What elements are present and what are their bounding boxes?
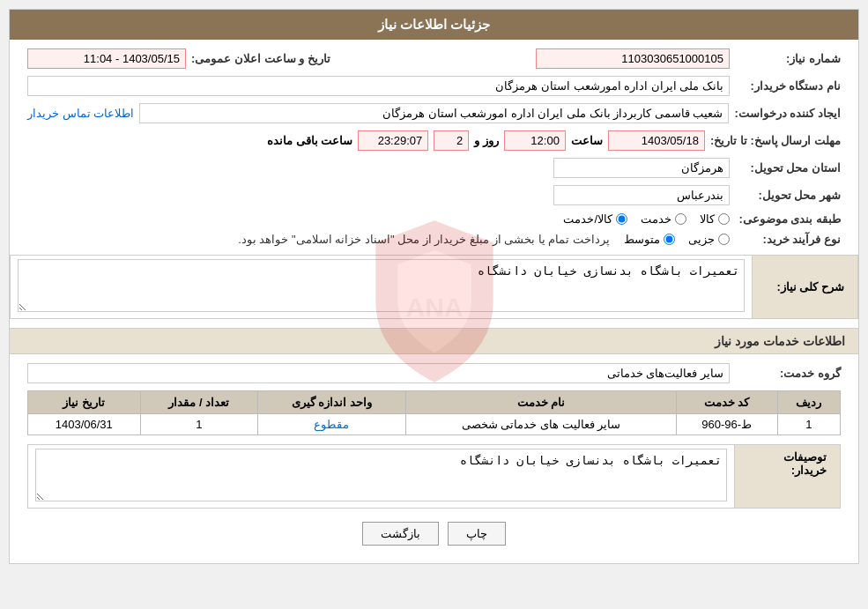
row-goroh-khadamat: گروه خدمت: سایر فعالیت‌های خدماتی bbox=[27, 363, 841, 383]
col-nam: نام خدمت bbox=[406, 391, 677, 414]
sharh-row: شرح کلی نیاز: bbox=[11, 256, 858, 319]
print-button[interactable]: چاپ bbox=[448, 522, 506, 546]
row-ijad-konande: ایجاد کننده درخواست: شعیب قاسمی کاربرداز… bbox=[27, 103, 841, 123]
goroh-khadamat-value: سایر فعالیت‌های خدماتی bbox=[27, 363, 730, 383]
col-tarikh: تاریخ نیاز bbox=[28, 391, 141, 414]
shomare-niaz-value: 1103030651000105 bbox=[536, 48, 730, 69]
tabaghe-radio-group: کالا خدمت کالا/خدمت bbox=[563, 212, 730, 226]
cell-tedad: 1 bbox=[140, 414, 257, 435]
main-box: جزئیات اطلاعات نیاز ANA شماره نیاز: 1103… bbox=[9, 9, 859, 564]
row-mohlat: مهلت ارسال پاسخ: تا تاریخ: 1403/05/18 سا… bbox=[27, 130, 841, 151]
sharh-textarea[interactable] bbox=[18, 259, 745, 312]
table-header-row: ردیف کد خدمت نام خدمت واحد اندازه گیری ت… bbox=[28, 391, 841, 414]
radio-khadamat-label: خدمت bbox=[641, 212, 671, 226]
sharh-table: شرح کلی نیاز: bbox=[10, 255, 858, 319]
mohlat-baghi-value: 23:29:07 bbox=[358, 130, 428, 151]
page-title: جزئیات اطلاعات نیاز bbox=[378, 17, 490, 32]
services-table: ردیف کد خدمت نام خدمت واحد اندازه گیری ت… bbox=[27, 390, 841, 435]
row-ostan: استان محل تحویل: هرمزگان bbox=[27, 158, 841, 178]
noe-farayand-radio-group: جزیی متوسط bbox=[624, 233, 730, 246]
radio-motavaset-input[interactable] bbox=[664, 234, 675, 245]
radio-khadamat-input[interactable] bbox=[675, 213, 686, 225]
table-body: 1 ط-96-960 سایر فعالیت های خدماتی شخصی م… bbox=[28, 414, 841, 435]
table-row: 1 ط-96-960 سایر فعالیت های خدماتی شخصی م… bbox=[28, 414, 841, 435]
cell-kod: ط-96-960 bbox=[676, 414, 777, 435]
mohlat-saat-value: 12:00 bbox=[504, 130, 566, 151]
ostan-value: هرمزگان bbox=[553, 158, 730, 178]
mohlat-roz-label: روز و bbox=[474, 134, 499, 147]
col-tedad: تعداد / مقدار bbox=[140, 391, 257, 414]
radio-kala-input[interactable] bbox=[718, 213, 730, 225]
radio-jozi-label: جزیی bbox=[688, 233, 715, 246]
noe-farayand-note: پرداخت تمام یا بخشی از مبلغ خریدار از مح… bbox=[238, 233, 610, 246]
khadamat-header: اطلاعات خدمات مورد نیاز bbox=[10, 328, 858, 354]
row-shahr: شهر محل تحویل: بندرعباس bbox=[27, 185, 841, 205]
mohlat-date: 1403/05/18 bbox=[608, 130, 705, 151]
shomare-niaz-label: شماره نیاز: bbox=[735, 52, 841, 65]
cell-tarikh: 1403/06/31 bbox=[28, 414, 141, 435]
ijad-konande-value: شعیب قاسمی کاربرداز بانک ملی ایران اداره… bbox=[139, 103, 729, 123]
tarikh-value: 1403/05/15 - 11:04 bbox=[27, 48, 186, 69]
col-kod: کد خدمت bbox=[676, 391, 777, 414]
cell-vahed: مقطوع bbox=[257, 414, 405, 435]
radio-motavaset: متوسط bbox=[624, 233, 675, 246]
button-row: چاپ بازگشت bbox=[27, 522, 841, 546]
shahr-value: بندرعباس bbox=[553, 185, 730, 205]
tosaif-table: توصیفات خریدار: bbox=[27, 444, 841, 509]
col-vahed: واحد اندازه گیری bbox=[257, 391, 405, 414]
back-button[interactable]: بازگشت bbox=[362, 522, 439, 546]
radio-jozi-input[interactable] bbox=[718, 234, 730, 245]
mohlat-saat-label: ساعت bbox=[571, 134, 603, 147]
ostan-label: استان محل تحویل: bbox=[735, 161, 841, 175]
goroh-khadamat-label: گروه خدمت: bbox=[735, 367, 841, 380]
radio-jozi: جزیی bbox=[688, 233, 730, 246]
tosaif-row: توصیفات خریدار: bbox=[28, 445, 841, 509]
sharh-label: شرح کلی نیاز: bbox=[753, 256, 858, 319]
tosaif-value-cell bbox=[28, 445, 735, 509]
radio-kala-khadamat-label: کالا/خدمت bbox=[563, 212, 612, 226]
sharh-value-cell bbox=[11, 256, 753, 319]
content-area: ANA شماره نیاز: 1103030651000105 تاریخ و… bbox=[10, 40, 858, 563]
tosaif-section: توصیفات خریدار: bbox=[27, 444, 841, 509]
table-header: ردیف کد خدمت نام خدمت واحد اندازه گیری ت… bbox=[28, 391, 841, 414]
tarikh-label: تاریخ و ساعت اعلان عمومی: bbox=[191, 52, 330, 65]
mohlat-roz-value: 2 bbox=[434, 130, 469, 151]
cell-nam: سایر فعالیت های خدماتی شخصی bbox=[406, 414, 677, 435]
page-container: جزئیات اطلاعات نیاز ANA شماره نیاز: 1103… bbox=[0, 0, 868, 609]
shahr-label: شهر محل تحویل: bbox=[735, 189, 841, 202]
radio-khadamat: خدمت bbox=[641, 212, 686, 226]
noe-farayand-label: نوع فرآیند خرید: bbox=[735, 233, 841, 246]
row-tabaghe: طبقه بندی موضوعی: کالا خدمت کالا/خدمت bbox=[27, 212, 841, 226]
cell-radif: 1 bbox=[777, 414, 840, 435]
radio-kala: کالا bbox=[700, 212, 730, 226]
row-shomare-tarikh: شماره نیاز: 1103030651000105 تاریخ و ساع… bbox=[27, 48, 841, 69]
radio-kala-khadamat: کالا/خدمت bbox=[563, 212, 627, 226]
nam-dastgah-label: نام دستگاه خریدار: bbox=[735, 79, 841, 93]
mohlat-baghi-label: ساعت باقی مانده bbox=[267, 134, 352, 147]
tosaif-label: توصیفات خریدار: bbox=[735, 445, 841, 509]
page-header: جزئیات اطلاعات نیاز bbox=[10, 10, 858, 40]
nam-dastgah-value: بانک ملی ایران اداره امورشعب استان هرمزگ… bbox=[27, 76, 730, 96]
col-radif: ردیف bbox=[777, 391, 840, 414]
radio-kala-khadamat-input[interactable] bbox=[616, 213, 627, 225]
tabaghe-label: طبقه بندی موضوعی: bbox=[735, 212, 841, 226]
row-noe-farayand: نوع فرآیند خرید: جزیی متوسط پرداخت تمام … bbox=[27, 233, 841, 246]
sharh-section: شرح کلی نیاز: bbox=[10, 255, 858, 319]
radio-motavaset-label: متوسط bbox=[624, 233, 660, 246]
row-nam-dastgah: نام دستگاه خریدار: بانک ملی ایران اداره … bbox=[27, 76, 841, 96]
mohlat-label: مهلت ارسال پاسخ: تا تاریخ: bbox=[710, 134, 841, 147]
tosaif-textarea[interactable] bbox=[35, 449, 727, 501]
ijad-konande-label: ایجاد کننده درخواست: bbox=[734, 107, 841, 120]
radio-kala-label: کالا bbox=[700, 212, 715, 226]
ettela-link[interactable]: اطلاعات تماس خریدار bbox=[27, 107, 134, 120]
